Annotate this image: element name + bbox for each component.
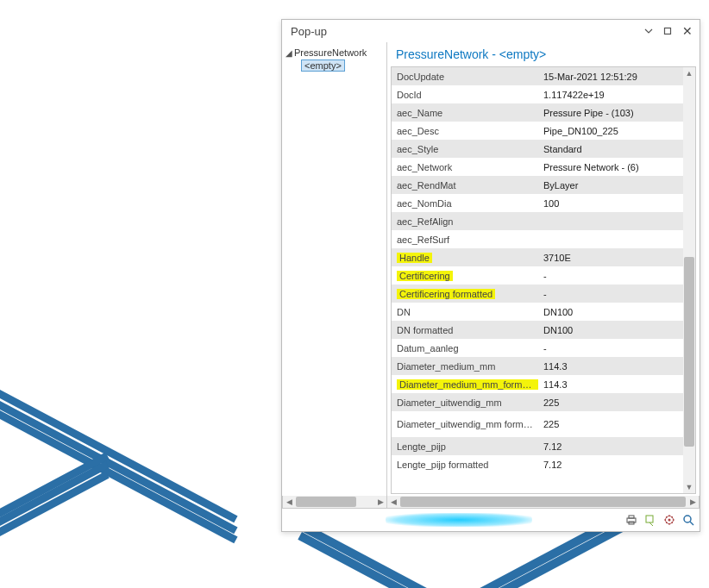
tree-collapse-icon[interactable]: ◢: [285, 48, 292, 58]
attribute-key: Diameter_uitwendig_mm formatted: [392, 419, 538, 429]
attribute-key: Certificering formatted: [392, 289, 538, 299]
svg-point-6: [668, 519, 671, 522]
attribute-grid[interactable]: DocUpdate15-Mar-2021 12:51:29DocId1.1174…: [391, 66, 683, 494]
svg-rect-0: [665, 28, 671, 34]
dock-options-icon[interactable]: [643, 27, 655, 35]
attribute-value: 225: [538, 397, 683, 408]
scroll-thumb[interactable]: [684, 257, 694, 447]
popup-window: Pop-up ✕ ◢ PressureNetwork <empty> Press…: [281, 19, 700, 532]
attribute-key: Lengte_pijp: [392, 441, 538, 452]
svg-point-7: [684, 516, 691, 522]
attribute-key: aec_Name: [392, 108, 538, 118]
popup-title: Pop-up: [291, 25, 327, 38]
attribute-value: -: [538, 289, 683, 299]
attribute-value: DN100: [538, 307, 683, 317]
scroll-right-icon[interactable]: ▶: [687, 497, 699, 506]
scroll-thumb[interactable]: [400, 497, 686, 507]
attribute-row[interactable]: Handle3710E: [392, 248, 683, 266]
attribute-row[interactable]: Diameter_uitwendig_mm formatted225: [392, 411, 683, 437]
maximize-icon[interactable]: [662, 27, 674, 35]
tree-horizontal-scrollbar[interactable]: ◀ ▶: [282, 496, 387, 509]
attribute-key: Diameter_medium_mm_formatted: [392, 379, 538, 390]
attribute-row[interactable]: DNDN100: [392, 303, 683, 321]
attribute-row[interactable]: Diameter_uitwendig_mm225: [392, 393, 683, 411]
svg-rect-4: [646, 516, 653, 522]
popup-footer: [282, 509, 700, 531]
attribute-row[interactable]: DocUpdate15-Mar-2021 12:51:29: [392, 67, 683, 85]
attribute-key: aec_RefSurf: [392, 235, 538, 245]
attribute-key: Lengte_pijp formatted: [392, 460, 538, 470]
attribute-value: 1.117422e+19: [538, 90, 683, 100]
attribute-value: 225: [538, 419, 683, 429]
attribute-row[interactable]: aec_NetworkPressure Network - (6): [392, 158, 683, 176]
scroll-thumb[interactable]: [296, 497, 356, 507]
attribute-row[interactable]: Diameter_medium_mm114.3: [392, 357, 683, 375]
attribute-value: 3710E: [538, 253, 683, 263]
attribute-key: DN formatted: [392, 325, 538, 335]
attribute-key: Datum_aanleg: [392, 343, 538, 353]
attribute-key: Diameter_medium_mm: [392, 361, 538, 372]
svg-rect-2: [629, 516, 634, 518]
scroll-left-icon[interactable]: ◀: [283, 497, 295, 506]
attribute-value: 7.12: [538, 441, 683, 452]
attribute-row[interactable]: Lengte_pijp formatted7.12: [392, 455, 683, 473]
attribute-key: Diameter_uitwendig_mm: [392, 397, 538, 408]
attribute-value: Pipe_DN100_225: [538, 126, 683, 136]
attribute-value: 100: [538, 198, 683, 209]
attribute-value: 114.3: [538, 379, 683, 390]
print-icon[interactable]: [625, 514, 637, 526]
attribute-row[interactable]: Certificering-: [392, 266, 683, 285]
attribute-key: aec_Network: [392, 162, 538, 172]
attribute-key: aec_RendMat: [392, 180, 538, 191]
attribute-value: ByLayer: [538, 180, 683, 191]
scroll-left-icon[interactable]: ◀: [387, 497, 399, 506]
coordinates-redacted: [386, 513, 532, 527]
attribute-key: aec_NomDia: [392, 198, 538, 209]
attribute-key: Handle: [392, 253, 538, 263]
attribute-row[interactable]: Datum_aanleg-: [392, 339, 683, 357]
popup-titlebar[interactable]: Pop-up ✕: [282, 20, 700, 42]
attribute-value: -: [538, 343, 683, 353]
attribute-key: Certificering: [392, 271, 538, 281]
attribute-key: DocId: [392, 90, 538, 100]
attribute-row[interactable]: Certificering formatted-: [392, 285, 683, 303]
zoom-to-icon[interactable]: [682, 514, 694, 526]
vertical-scrollbar[interactable]: ▲ ▼: [683, 66, 696, 494]
attribute-key: aec_Style: [392, 144, 538, 154]
attribute-row[interactable]: DocId1.117422e+19: [392, 85, 683, 103]
attribute-row[interactable]: aec_StyleStandard: [392, 140, 683, 158]
attribute-key: DN: [392, 307, 538, 317]
attribute-row[interactable]: Diameter_medium_mm_formatted114.3: [392, 375, 683, 393]
scroll-down-icon[interactable]: ▼: [683, 481, 695, 493]
tree-selected-item[interactable]: <empty>: [301, 59, 345, 72]
configure-icon[interactable]: [663, 514, 675, 526]
attribute-value: DN100: [538, 325, 683, 335]
feature-tree[interactable]: ◢ PressureNetwork <empty>: [282, 42, 387, 496]
attribute-value: 7.12: [538, 460, 683, 470]
attribute-row[interactable]: aec_RendMatByLayer: [392, 176, 683, 194]
attribute-key: aec_Desc: [392, 126, 538, 136]
attribute-row[interactable]: Lengte_pijp7.12: [392, 437, 683, 455]
attribute-value: 114.3: [538, 361, 683, 372]
attribute-row[interactable]: aec_NomDia100: [392, 194, 683, 212]
scroll-up-icon[interactable]: ▲: [683, 67, 695, 79]
attribute-value: Pressure Pipe - (103): [538, 108, 683, 118]
attribute-value: -: [538, 271, 683, 281]
attribute-row[interactable]: aec_RefAlign: [392, 212, 683, 230]
attribute-row[interactable]: aec_RefSurf: [392, 230, 683, 248]
attribute-row[interactable]: DN formattedDN100: [392, 321, 683, 339]
grid-horizontal-scrollbar[interactable]: ◀ ▶: [387, 496, 700, 509]
attribute-key: aec_RefAlign: [392, 216, 538, 227]
attribute-value: Pressure Network - (6): [538, 162, 683, 172]
attribute-value: Standard: [538, 144, 683, 154]
attribute-value: 15-Mar-2021 12:51:29: [538, 72, 683, 82]
select-feature-icon[interactable]: [644, 514, 656, 526]
tree-root-label[interactable]: PressureNetwork: [294, 47, 367, 58]
scroll-right-icon[interactable]: ▶: [374, 497, 386, 506]
attribute-key: DocUpdate: [392, 72, 538, 82]
content-title: PressureNetwork - <empty>: [391, 46, 696, 66]
close-icon[interactable]: ✕: [681, 25, 694, 37]
attribute-row[interactable]: aec_NamePressure Pipe - (103): [392, 103, 683, 122]
attribute-row[interactable]: aec_DescPipe_DN100_225: [392, 122, 683, 140]
